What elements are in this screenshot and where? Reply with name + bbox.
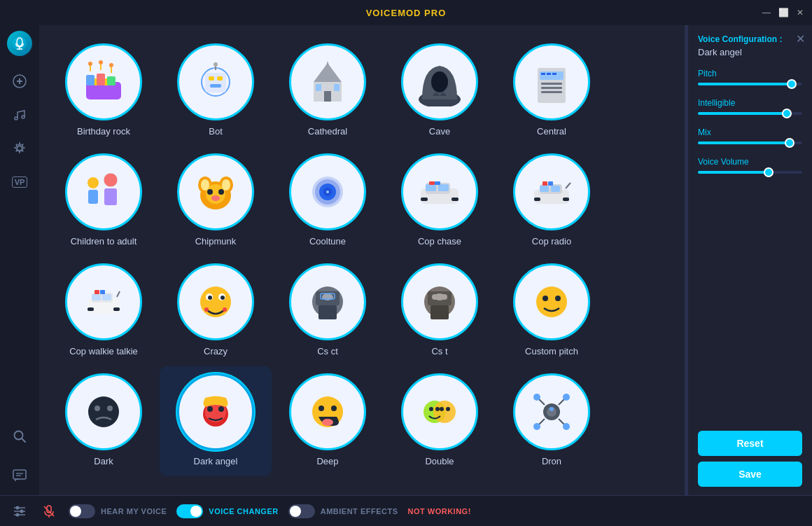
reset-button[interactable]: Reset bbox=[698, 431, 802, 456]
maximize-button[interactable]: ⬜ bbox=[777, 6, 790, 19]
svg-rect-44 bbox=[547, 73, 551, 75]
voice-item-cooltune[interactable]: Cooltune bbox=[272, 146, 384, 256]
voice-label-custom-pitch: Custom pitch bbox=[525, 346, 578, 357]
voice-item-cop-walkie-talkie[interactable]: Cop walkie talkie bbox=[48, 256, 160, 366]
voice-circle-cop-chase bbox=[401, 153, 478, 230]
voice-item-cop-chase[interactable]: Cop chase bbox=[384, 146, 496, 256]
panel-close-button[interactable]: ✕ bbox=[796, 32, 805, 46]
minimize-button[interactable]: — bbox=[760, 6, 773, 19]
voice-item-double[interactable]: Double bbox=[384, 366, 496, 476]
mix-label: Mix bbox=[698, 127, 802, 137]
voice-circle-children-to-adult bbox=[65, 153, 142, 230]
intelligible-thumb[interactable] bbox=[782, 109, 792, 118]
voice-item-birthday-rock[interactable]: Birthday rock bbox=[48, 36, 160, 146]
equalizer-icon[interactable] bbox=[10, 501, 29, 521]
svg-point-94 bbox=[200, 286, 231, 317]
voice-circle-cop-walkie-talkie bbox=[65, 263, 142, 340]
voice-circle-crazy bbox=[177, 263, 254, 340]
voice-item-dark-angel[interactable]: Dark angel bbox=[160, 366, 272, 476]
svg-rect-81 bbox=[551, 186, 560, 192]
voice-item-cs-t[interactable]: Cs t bbox=[384, 256, 496, 366]
voice-label-chipmunk: Chipmunk bbox=[195, 236, 237, 247]
voice-changer-knob bbox=[190, 506, 202, 517]
sidebar-item-settings[interactable] bbox=[6, 134, 34, 162]
voice-item-cop-radio[interactable]: Cop radio bbox=[496, 146, 608, 256]
voice-label-double: Double bbox=[425, 456, 454, 466]
svg-point-100 bbox=[223, 307, 227, 312]
voice-item-crazy[interactable]: Crazy bbox=[160, 256, 272, 366]
svg-rect-19 bbox=[107, 76, 115, 85]
voice-circle-cooltune bbox=[289, 153, 366, 230]
voice-volume-thumb[interactable] bbox=[764, 167, 774, 177]
mix-thumb[interactable] bbox=[785, 138, 794, 148]
ambient-effects-toggle[interactable] bbox=[288, 504, 315, 518]
voice-circle-bot bbox=[177, 43, 254, 120]
svg-rect-29 bbox=[217, 76, 223, 81]
svg-rect-73 bbox=[438, 184, 449, 191]
sidebar-item-add-effect[interactable] bbox=[6, 67, 34, 95]
sidebar-item-vp[interactable]: VP bbox=[6, 168, 34, 196]
main-area: VP Birthday rockBotCathedralCaveCentralC… bbox=[0, 25, 812, 495]
svg-point-7 bbox=[15, 117, 18, 120]
pitch-thumb[interactable] bbox=[787, 79, 797, 89]
svg-rect-43 bbox=[541, 73, 545, 75]
voice-label-bot: Bot bbox=[209, 126, 223, 137]
voice-item-central[interactable]: Central bbox=[496, 36, 608, 146]
svg-rect-74 bbox=[429, 181, 435, 185]
voice-item-cave[interactable]: Cave bbox=[384, 36, 496, 146]
close-button[interactable]: ✕ bbox=[794, 6, 806, 19]
voice-changer-toggle[interactable] bbox=[176, 504, 203, 518]
svg-point-113 bbox=[542, 296, 548, 301]
window-controls[interactable]: — ⬜ ✕ bbox=[760, 6, 806, 19]
svg-rect-52 bbox=[104, 188, 117, 205]
voice-circle-double bbox=[401, 373, 478, 450]
sidebar-item-comment[interactable] bbox=[6, 462, 34, 490]
mix-slider-section: Mix bbox=[698, 127, 802, 144]
voice-circle-cave bbox=[401, 43, 478, 120]
svg-point-59 bbox=[218, 189, 224, 195]
svg-point-8 bbox=[22, 116, 24, 118]
svg-point-99 bbox=[204, 307, 209, 312]
svg-point-97 bbox=[208, 296, 212, 300]
svg-point-25 bbox=[109, 63, 113, 67]
voice-item-dron[interactable]: Dron bbox=[496, 366, 608, 476]
music-icon bbox=[12, 107, 27, 123]
sidebar-item-search[interactable] bbox=[6, 422, 34, 450]
voice-label-dron: Dron bbox=[542, 456, 561, 466]
voice-item-bot[interactable]: Bot bbox=[160, 36, 272, 146]
svg-point-98 bbox=[220, 296, 225, 300]
pitch-track bbox=[698, 83, 802, 85]
voice-circle-cs-t bbox=[401, 263, 478, 340]
svg-point-116 bbox=[94, 406, 100, 411]
voice-circle-custom-pitch bbox=[513, 263, 590, 340]
voice-circle-cop-radio bbox=[513, 153, 590, 230]
voice-item-custom-pitch[interactable]: Custom pitch bbox=[496, 256, 608, 366]
mic-icon bbox=[42, 504, 56, 518]
gear-icon bbox=[12, 141, 27, 156]
voice-item-chipmunk[interactable]: Chipmunk bbox=[160, 146, 272, 256]
intelligible-track bbox=[698, 112, 802, 115]
svg-rect-72 bbox=[426, 184, 436, 191]
sidebar-item-music[interactable] bbox=[6, 101, 34, 129]
svg-rect-45 bbox=[552, 73, 556, 75]
voice-item-cathedral[interactable]: Cathedral bbox=[272, 36, 384, 146]
voice-item-dark[interactable]: Dark bbox=[48, 366, 160, 476]
voice-item-children-to-adult[interactable]: Children to adult bbox=[48, 146, 160, 256]
panel-config-subtitle: Dark angel bbox=[698, 47, 802, 57]
save-button[interactable]: Save bbox=[698, 462, 802, 487]
voice-item-deep[interactable]: Deep bbox=[272, 366, 384, 476]
voice-circle-cs-ct bbox=[289, 263, 366, 340]
svg-point-141 bbox=[533, 423, 540, 430]
svg-point-67 bbox=[326, 191, 329, 193]
intelligible-slider-section: Intelligible bbox=[698, 98, 802, 115]
svg-rect-89 bbox=[92, 294, 101, 300]
svg-rect-108 bbox=[430, 305, 449, 319]
svg-rect-88 bbox=[113, 307, 120, 311]
mic-mute-button[interactable] bbox=[39, 501, 59, 521]
voice-label-cave: Cave bbox=[429, 126, 450, 137]
svg-rect-28 bbox=[209, 76, 214, 81]
svg-point-32 bbox=[214, 62, 218, 67]
hear-my-voice-toggle[interactable] bbox=[69, 504, 95, 518]
voice-item-cs-ct[interactable]: Cs ct bbox=[272, 256, 384, 366]
svg-rect-37 bbox=[316, 84, 321, 91]
